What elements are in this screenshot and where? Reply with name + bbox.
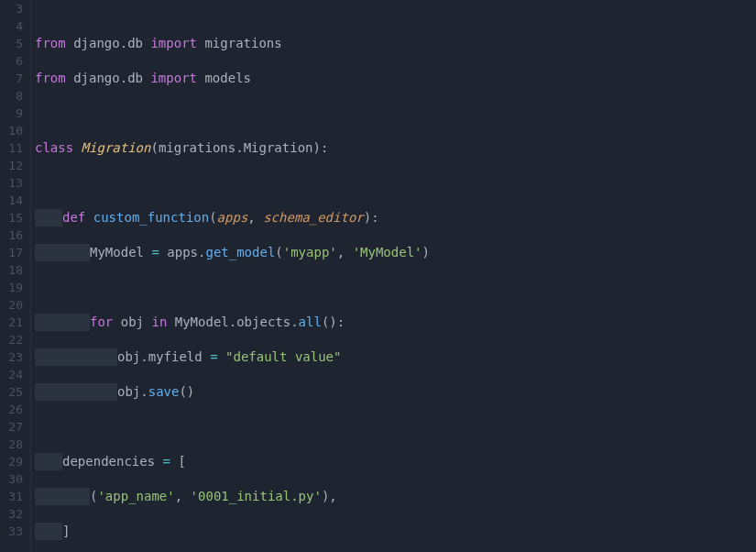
line-number: 5 <box>4 35 23 52</box>
line-number: 19 <box>4 279 23 296</box>
line-number: 14 <box>4 192 23 209</box>
line-number: 8 <box>4 87 23 105</box>
line-number: 26 <box>4 401 23 418</box>
function-call: get_model <box>205 245 275 259</box>
code-line[interactable]: MyModel = apps.get_model('myapp', 'MyMod… <box>35 244 756 261</box>
line-number: 33 <box>4 523 23 540</box>
line-number: 27 <box>4 418 23 436</box>
line-number: 22 <box>4 331 23 348</box>
indent-block <box>35 348 117 366</box>
line-number: 6 <box>4 52 23 70</box>
module-name: migrations <box>197 36 282 50</box>
keyword: import <box>150 36 197 50</box>
parameter: schema_editor <box>263 210 364 225</box>
line-number: 16 <box>4 226 23 244</box>
code-area[interactable]: from django.db import migrations from dj… <box>31 0 756 552</box>
line-number: 15 <box>4 209 23 226</box>
code-line[interactable]: from django.db import migrations <box>35 35 756 52</box>
string: 'MyModel' <box>353 245 422 259</box>
function-call: all <box>299 315 322 329</box>
string: 'myapp' <box>283 245 337 259</box>
code-line[interactable]: obj.myfield = "default value" <box>35 348 756 366</box>
indent-block <box>35 488 90 505</box>
line-number: 32 <box>4 505 23 523</box>
code-line[interactable] <box>35 418 756 436</box>
line-number: 7 <box>4 70 23 87</box>
code-line[interactable] <box>35 279 756 296</box>
class-name: Migration <box>82 140 151 155</box>
code-line[interactable] <box>35 174 756 192</box>
line-number: 23 <box>4 348 23 366</box>
keyword: from <box>35 36 66 50</box>
line-number: 4 <box>4 17 23 35</box>
string: '0001_initial.py' <box>191 489 322 503</box>
line-number-gutter: 3456789101112131415161718192021222324252… <box>0 0 31 552</box>
line-number: 20 <box>4 296 23 314</box>
string: 'app_name' <box>97 489 174 503</box>
indent-block <box>35 314 90 331</box>
code-line[interactable] <box>35 105 756 122</box>
line-number: 3 <box>4 0 23 17</box>
line-number: 21 <box>4 314 23 331</box>
module-name: models <box>197 71 251 85</box>
keyword: import <box>150 71 197 85</box>
indent-block <box>35 523 62 540</box>
line-number: 28 <box>4 436 23 453</box>
line-number: 17 <box>4 244 23 261</box>
indent-block <box>35 453 62 470</box>
indent-block <box>35 383 117 401</box>
keyword: def <box>62 210 85 225</box>
keyword: in <box>151 315 167 329</box>
string: "default value" <box>225 349 341 364</box>
line-number: 13 <box>4 174 23 192</box>
keyword: from <box>35 71 66 85</box>
indent-block <box>35 244 90 261</box>
line-number: 25 <box>4 383 23 401</box>
line-number: 18 <box>4 261 23 279</box>
line-number: 10 <box>4 122 23 139</box>
line-number: 11 <box>4 139 23 157</box>
line-number: 12 <box>4 157 23 174</box>
code-line[interactable]: class Migration(migrations.Migration): <box>35 139 756 157</box>
parameter: apps <box>217 210 248 225</box>
module-path: django.db <box>66 36 151 50</box>
code-line[interactable]: dependencies = [ <box>35 453 756 470</box>
code-line[interactable]: ] <box>35 523 756 540</box>
line-number: 24 <box>4 366 23 383</box>
code-line[interactable]: def custom_function(apps, schema_editor)… <box>35 209 756 226</box>
line-number: 31 <box>4 488 23 505</box>
function-call: save <box>148 384 180 399</box>
code-editor[interactable]: 3456789101112131415161718192021222324252… <box>0 0 756 552</box>
line-number: 9 <box>4 105 23 122</box>
keyword: for <box>90 315 113 329</box>
function-name: custom_function <box>93 210 209 225</box>
line-number: 30 <box>4 470 23 488</box>
code-line[interactable]: ('app_name', '0001_initial.py'), <box>35 488 756 505</box>
code-line[interactable]: for obj in MyModel.objects.all(): <box>35 314 756 331</box>
code-line[interactable]: from django.db import models <box>35 70 756 87</box>
indent-block <box>35 209 62 226</box>
keyword: class <box>35 140 73 155</box>
code-line[interactable]: obj.save() <box>35 383 756 401</box>
line-number: 29 <box>4 453 23 470</box>
module-path: django.db <box>66 71 151 85</box>
